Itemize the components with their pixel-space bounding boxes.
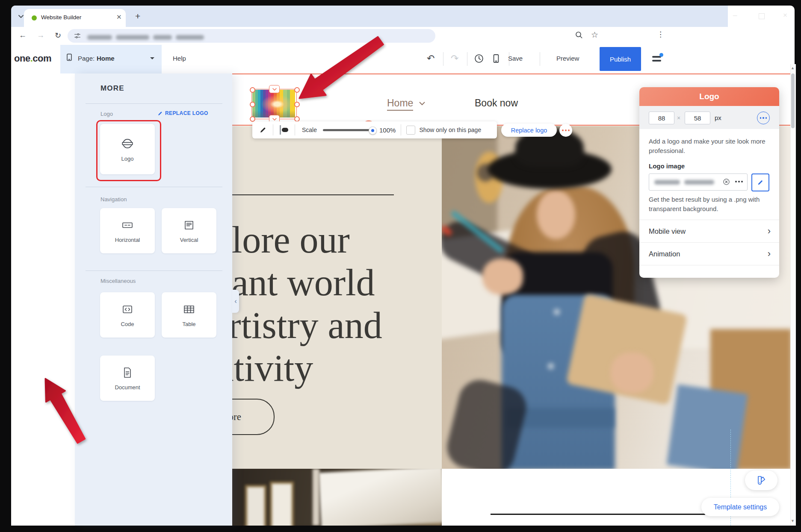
bookmark-star-icon[interactable]: ☆ (591, 30, 598, 40)
new-tab-button[interactable]: + (135, 11, 140, 21)
logo-size-row: 88 × 58 px (639, 106, 779, 129)
next-section-rule (491, 514, 705, 515)
close-button[interactable]: × (783, 11, 787, 20)
scale-label: Scale (302, 126, 317, 133)
field-more-options-icon[interactable] (735, 181, 743, 182)
document-icon (121, 366, 134, 379)
horizontal-nav-icon (121, 219, 134, 232)
page-caret-icon (150, 57, 155, 60)
size-more-options-icon[interactable] (757, 112, 770, 124)
table-icon (183, 303, 195, 316)
separator (467, 52, 467, 66)
clear-field-icon[interactable] (723, 178, 730, 185)
palette-icon (756, 475, 767, 486)
template-settings-button[interactable]: Template settings (701, 498, 779, 516)
logo-description: Add a logo and make your site look more … (649, 137, 770, 156)
code-icon (121, 303, 134, 316)
logo-image-field[interactable] (649, 173, 748, 191)
chevron-right-icon: › (768, 226, 771, 237)
canvas-scrollbar[interactable] (790, 64, 796, 526)
preview-button[interactable]: Preview (556, 55, 579, 62)
scrollbar-thumb[interactable] (791, 73, 795, 128)
tab-title: Website Builder (41, 14, 81, 21)
show-only-checkbox[interactable] (406, 126, 415, 135)
vertical-nav-icon (183, 219, 195, 232)
history-icon[interactable] (474, 53, 484, 64)
width-input[interactable]: 88 (649, 112, 674, 124)
separator (540, 52, 540, 66)
save-button[interactable]: Save (508, 55, 523, 62)
unit-label: px (715, 114, 721, 121)
site-nav-book-now[interactable]: Book now (475, 97, 518, 109)
scale-value: 100% (379, 126, 396, 134)
mobile-view-row[interactable]: Mobile view › (639, 220, 779, 242)
logo-image-label: Logo image (649, 162, 770, 170)
forward-icon: → (37, 31, 44, 40)
times-label: × (677, 115, 680, 121)
panel-collapse-icon[interactable]: ‹ (232, 290, 239, 313)
card-table[interactable]: Table (162, 292, 216, 338)
separator (443, 52, 443, 66)
align-icon[interactable] (278, 124, 290, 135)
miscellaneous-section-label: Miscellaneous (100, 278, 136, 284)
replace-logo-button[interactable]: Replace logo (501, 123, 557, 137)
chevron-right-icon: › (768, 248, 771, 259)
tab-favicon (32, 15, 37, 21)
scale-slider[interactable] (323, 129, 373, 131)
element-more-options-icon[interactable] (559, 124, 572, 137)
edit-logo-image-icon[interactable] (751, 173, 769, 191)
replace-logo-link[interactable]: REPLACE LOGO (157, 110, 208, 116)
section-highlight-top (232, 73, 790, 74)
minimize-button[interactable]: – (733, 11, 737, 20)
site-info-icon[interactable] (74, 32, 81, 40)
reload-icon[interactable]: ↻ (55, 31, 61, 40)
device-icon (65, 53, 74, 62)
publish-button[interactable]: Publish (600, 47, 641, 71)
resize-handle-ne[interactable] (294, 87, 300, 93)
more-panel-title: MORE (100, 84, 124, 93)
builder-menu-icon[interactable] (652, 54, 663, 64)
scroll-down-icon[interactable]: ▼ (791, 519, 795, 523)
pencil-icon (157, 111, 163, 116)
edit-pencil-icon[interactable] (259, 126, 267, 134)
zoom-icon[interactable] (575, 31, 583, 39)
card-document[interactable]: Document (100, 356, 155, 401)
logo-settings-panel: Logo 88 × 58 px Add a logo and make your… (639, 87, 779, 278)
resize-handle-w[interactable] (250, 102, 255, 107)
scroll-up-icon[interactable]: ▲ (791, 66, 795, 70)
mobile-preview-icon[interactable] (491, 53, 501, 64)
card-horizontal[interactable]: Horizontal (100, 208, 155, 253)
page-value: Home (97, 55, 115, 62)
tab-close-icon[interactable]: ✕ (116, 13, 122, 21)
animation-row[interactable]: Animation › (639, 242, 779, 265)
help-button[interactable]: Help (173, 55, 186, 62)
drag-handle-top-icon[interactable] (269, 85, 280, 93)
maximize-button[interactable] (759, 13, 765, 19)
back-icon[interactable]: ← (19, 31, 27, 40)
separator (273, 124, 273, 135)
blurred-url (87, 33, 208, 41)
logo-panel-title: Logo (639, 87, 779, 106)
style-palette-button[interactable] (745, 470, 777, 490)
resize-handle-e[interactable] (294, 102, 300, 107)
logo-section-label: Logo (100, 111, 113, 117)
divider (86, 103, 222, 104)
url-field[interactable] (68, 29, 435, 43)
studio-photo (232, 469, 442, 526)
panel-footer (639, 265, 779, 275)
site-nav-home[interactable]: Home (387, 97, 413, 111)
browser-menu-icon[interactable]: ⋮ (657, 30, 664, 39)
element-toolbar: Scale 100% Show only on this page (252, 121, 497, 138)
undo-icon[interactable]: ↶ (427, 53, 434, 64)
element-sidebar (11, 73, 75, 526)
site-next-section (442, 469, 790, 526)
card-vertical[interactable]: Vertical (162, 208, 216, 253)
resize-handle-nw[interactable] (250, 87, 255, 93)
navigation-section-label: Navigation (100, 196, 127, 203)
height-input[interactable]: 58 (685, 112, 710, 124)
separator (401, 124, 401, 135)
one-com-logo: one.com (14, 53, 51, 64)
card-code[interactable]: Code (100, 292, 155, 338)
site-nav-home-caret-icon[interactable] (419, 102, 425, 106)
redo-icon: ↷ (451, 53, 458, 64)
